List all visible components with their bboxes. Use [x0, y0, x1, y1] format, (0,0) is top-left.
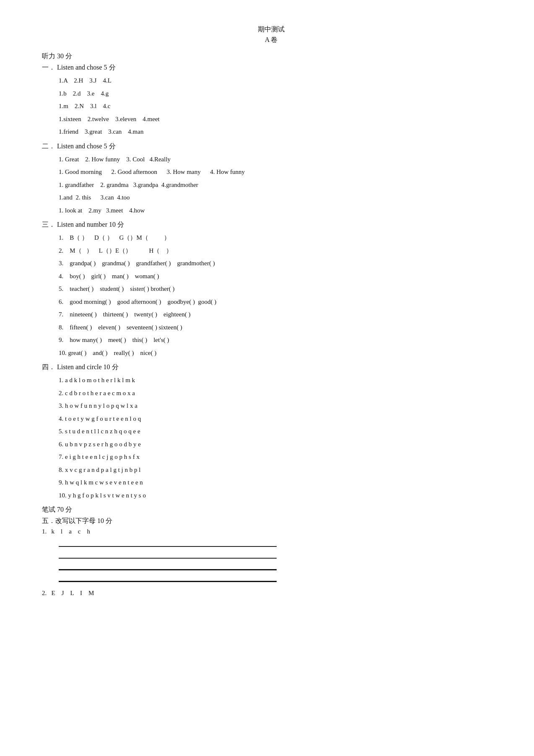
- section-four: 四． Listen and circle 10 分 1. a d k l o m…: [42, 363, 500, 501]
- section-two-row-3: 1. grandfather 2. grandma 3.grandpa 4.gr…: [59, 179, 500, 191]
- item-2-label: 2. E J L I M: [42, 590, 500, 597]
- writing-label: 笔试 70 分: [42, 505, 500, 514]
- section-three-row-1: 1. B（ ） D（ ） G（）M（ ）: [59, 232, 500, 244]
- section-five: 五．改写以下字母 10 分 1. k l a c h 2. E J L I M: [42, 517, 500, 597]
- section-four-row-7: 7. e i g h t e e n l c j g o p h s f x: [59, 451, 500, 463]
- section-three-row-3: 3. grandpa( ) grandma( ) grandfather( ) …: [59, 257, 500, 269]
- section-two-row-2: 1. Good morning 2. Good afternoon 3. How…: [59, 166, 500, 178]
- section-three-row-7: 7. nineteen( ) thirteen( ) twenty( ) eig…: [59, 308, 500, 321]
- section-two-row-4: 1.and 2. this 3.can 4.too: [59, 192, 500, 204]
- section-three-row-9: 9. how many( ) meet( ) this( ) let's( ): [59, 334, 500, 346]
- section-five-item-2: 2. E J L I M: [42, 590, 500, 597]
- section-four-row-10: 10. y h g f o p k l s v t w e n t y s o: [59, 489, 500, 502]
- section-two: 二． Listen and chose 5 分 1. Great 2. How …: [42, 142, 500, 217]
- listening-section: 听力 30 分 一． Listen and chose 5 分 1.A 2.H …: [42, 52, 500, 501]
- section-four-row-2: 2. c d b r o t h e r a e c m o x a: [59, 387, 500, 399]
- section-one-row-1: 1.A 2.H 3.J 4.L: [59, 75, 500, 87]
- section-three-row-5: 5. teacher( ) student( ) sister( ) broth…: [59, 283, 500, 295]
- page-title: 期中测试: [42, 25, 500, 34]
- section-one-row-3: 1.m 2.N 3.l 4.c: [59, 100, 500, 112]
- section-two-row-5: 1. look at 2.my 3.meet 4.how: [59, 205, 500, 217]
- section-three-row-8: 8. fifteen( ) eleven( ) seventeen( ) six…: [59, 321, 500, 334]
- section-five-header: 五．改写以下字母 10 分: [42, 517, 500, 526]
- section-four-header: 四． Listen and circle 10 分: [42, 363, 500, 372]
- section-two-header: 二． Listen and chose 5 分: [42, 142, 500, 151]
- page-subtitle: A 卷: [42, 36, 500, 44]
- section-one-row-4: 1.sixteen 2.twelve 3.eleven 4.meet: [59, 113, 500, 125]
- section-one-header: 一． Listen and chose 5 分: [42, 63, 500, 72]
- section-three-row-10: 10. great( ) and( ) really( ) nice( ): [59, 347, 500, 359]
- section-three-row-2: 2. M（ ） L（）E（） H（ ）: [59, 245, 500, 257]
- listening-label: 听力 30 分: [42, 52, 500, 61]
- section-four-row-9: 9. h w q l k m c w s e v e n t e e n: [59, 476, 500, 489]
- section-five-item-1: 1. k l a c h: [42, 528, 500, 582]
- item-1-label: 1. k l a c h: [42, 528, 500, 535]
- section-one: 一． Listen and chose 5 分 1.A 2.H 3.J 4.L …: [42, 63, 500, 138]
- section-one-row-2: 1.b 2.d 3.e 4.g: [59, 88, 500, 100]
- section-one-row-5: 1.friend 3.great 3.can 4.man: [59, 126, 500, 138]
- section-three-row-4: 4. boy( ) girl( ) man( ) woman( ): [59, 270, 500, 282]
- section-four-row-6: 6. u b n v p z s e r h g o o d b y e: [59, 438, 500, 450]
- section-three-header: 三． Listen and number 10 分: [42, 220, 500, 229]
- section-four-row-1: 1. a d k l o m o t h e r l k l m k: [59, 374, 500, 386]
- section-two-row-1: 1. Great 2. How funny 3. Cool 4.Really: [59, 153, 500, 166]
- section-three-row-6: 6. good morning( ) good afternoon( ) goo…: [59, 296, 500, 308]
- section-four-row-8: 8. x v c g r a n d p a l g t j n b p l: [59, 464, 500, 476]
- writing-section: 笔试 70 分 五．改写以下字母 10 分 1. k l a c h 2. E: [42, 505, 500, 597]
- section-four-row-3: 3. h o w f u n n y l o p q w l x a: [59, 400, 500, 412]
- section-three: 三． Listen and number 10 分 1. B（ ） D（ ） G…: [42, 220, 500, 359]
- section-four-row-4: 4. t o e t y w g f o u r t e e n l o q: [59, 413, 500, 425]
- section-four-row-5: 5. s t u d e n t l l c n z h q o q e e: [59, 425, 500, 438]
